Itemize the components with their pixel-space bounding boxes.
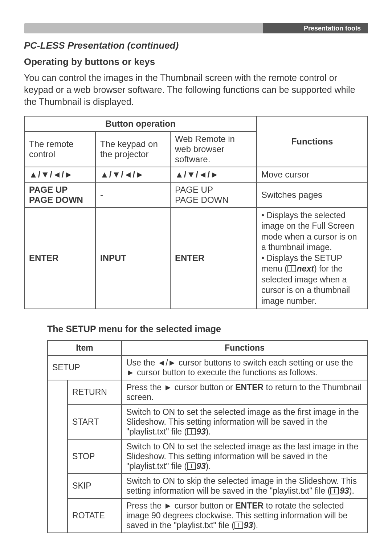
row3-func-l1: • Displays the selected image on the Ful… [261,211,357,252]
th-item: Item [48,340,122,355]
stop-func: Switch to ON to set the selected image a… [122,439,368,474]
start-func: Switch to ON to set the selected image a… [122,405,368,439]
row2-remote-l1: PAGE UP [29,185,68,195]
return-func-a: Press the ► cursor button or [126,383,235,392]
col-web: Web Remote in web browser software. [170,131,257,167]
row3-keypad: INPUT [95,208,170,309]
th-functions: Functions [257,116,368,167]
row3-func-ref: next [297,264,314,273]
return-label: RETURN [68,380,122,405]
row1-keypad: ▲/▼/◄/► [95,167,170,182]
rotate-func: Press the ► cursor button or ENTER to ro… [122,498,368,533]
skip-func-a: Switch to ON to skip the selected image … [126,476,357,495]
row3-remote: ENTER [24,208,95,309]
button-operation-table: Button operation Functions The remote co… [24,116,368,309]
row2-keypad: - [95,182,170,208]
indent-cell [48,380,68,533]
book-icon [234,522,243,529]
book-icon [187,462,196,470]
skip-func-b: ). [349,486,354,495]
header-category: Presentation tools [263,23,368,33]
rotate-ref: 93 [244,521,253,530]
setup-menu-table: Item Functions SETUP Use the ◄/► cursor … [47,340,368,533]
start-func-a: Switch to ON to set the selected image a… [126,407,359,436]
page-container: Presentation tools PC-LESS Presentation … [0,0,392,555]
start-func-b: ). [206,427,211,436]
rotate-func-b: ENTER [235,501,264,510]
stop-func-a: Switch to ON to set the selected image a… [126,442,358,471]
row2-func: Switches pages [257,182,368,208]
rotate-func-a: Press the ► cursor button or [126,501,235,510]
col-remote: The remote control [24,131,95,167]
th-button-operation: Button operation [24,116,257,131]
row1-func: Move cursor [257,167,368,182]
rotate-func-d: ). [253,521,258,530]
th-setup-functions: Functions [122,340,368,355]
setup-heading: The SETUP menu for the selected image [47,324,368,334]
row2-remote: PAGE UP PAGE DOWN [24,182,95,208]
row3-func: • Displays the selected image on the Ful… [257,208,368,309]
row1-remote: ▲/▼/◄/► [24,167,95,182]
stop-label: STOP [68,439,122,474]
skip-func: Switch to ON to skip the selected image … [122,474,368,498]
book-icon [187,428,196,435]
book-icon [287,265,296,272]
stop-ref: 93 [196,461,206,471]
row2-web-l2: PAGE DOWN [175,195,229,205]
book-icon [330,487,339,494]
setup-label: SETUP [48,355,122,380]
stop-func-b: ). [206,461,211,471]
operating-heading: Operating by buttons or keys [24,56,368,68]
rotate-label: ROTATE [68,498,122,533]
intro-paragraph: You can control the images in the Thumbn… [24,72,368,108]
return-func: Press the ► cursor button or ENTER to re… [122,380,368,405]
section-title: PC-LESS Presentation (continued) [24,40,368,51]
row2-web-l1: PAGE UP [175,185,213,195]
start-label: START [68,405,122,439]
row2-remote-l2: PAGE DOWN [29,195,83,205]
skip-ref: 93 [340,486,349,495]
row1-web: ▲/▼/◄/► [170,167,257,182]
row2-web: PAGE UP PAGE DOWN [170,182,257,208]
start-ref: 93 [196,427,206,436]
return-func-b: ENTER [235,383,264,392]
setup-func: Use the ◄/► cursor buttons to switch eac… [122,355,368,380]
row3-web: ENTER [170,208,257,309]
skip-label: SKIP [68,474,122,498]
header-bar: Presentation tools [24,23,368,33]
col-keypad: The keypad on the projector [95,131,170,167]
